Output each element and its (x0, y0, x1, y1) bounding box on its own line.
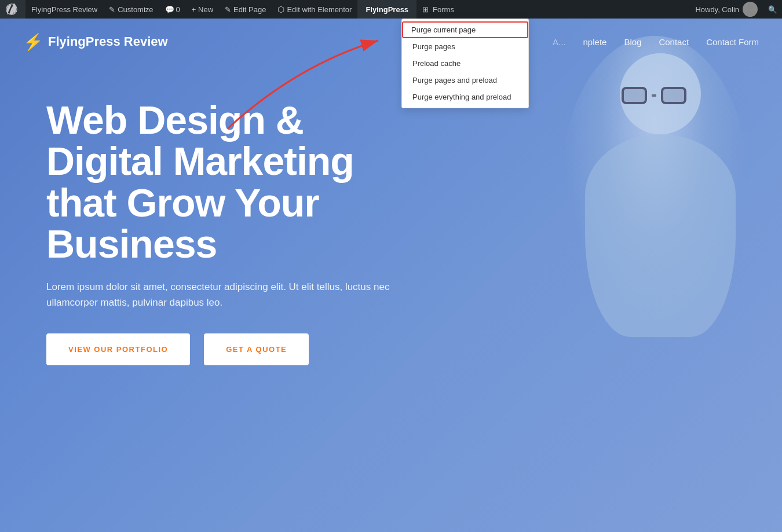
howdy-text: Howdy, Colin (695, 5, 739, 14)
edit-elementor-button[interactable]: ⬡ Edit with Elementor (272, 0, 357, 19)
preload-cache-label: Preload cache (412, 59, 461, 68)
nav-item-contact[interactable]: Contact (659, 37, 689, 47)
view-portfolio-button[interactable]: VIEW OUR PORTFOLIO (46, 333, 190, 365)
nav-item-blog[interactable]: Blog (624, 37, 641, 47)
nav-links: A... nplete Blog Contact Contact Form (553, 37, 759, 47)
nav-item-0[interactable]: A... (553, 37, 566, 47)
new-content-button[interactable]: + New (186, 0, 219, 19)
logo-text: FlyingPress Review (48, 34, 168, 49)
edit-page-button[interactable]: ✎ Edit Page (219, 0, 272, 19)
svg-point-2 (745, 11, 755, 17)
site-name-button[interactable]: FlyingPress Review (25, 0, 103, 19)
preload-cache-item[interactable]: Preload cache (402, 55, 528, 72)
site-logo[interactable]: ⚡ FlyingPress Review (23, 32, 168, 52)
flyingpress-dropdown: Purge current page Purge pages Preload c… (401, 19, 529, 108)
adminbar-right: Howdy, Colin 🔍 (689, 0, 782, 19)
get-quote-button[interactable]: GET A QUOTE (204, 333, 309, 365)
customize-label: Customize (118, 5, 153, 14)
purge-everything-label: Purge everything and preload (412, 93, 511, 101)
purge-pages-preload-item[interactable]: Purge pages and preload (402, 72, 528, 89)
edit-icon: ✎ (225, 5, 231, 14)
flyingpress-button[interactable]: FlyingPress (357, 0, 416, 19)
nav-item-contact-form[interactable]: Contact Form (706, 37, 759, 47)
site-wrapper: ⚡ FlyingPress Review A... nplete Blog Co… (0, 19, 782, 532)
svg-point-1 (747, 4, 753, 10)
purge-pages-item[interactable]: Purge pages (402, 38, 528, 55)
comments-count: 0 (176, 5, 180, 14)
comments-button[interactable]: 💬 0 (159, 0, 186, 19)
flyingpress-label: FlyingPress (366, 5, 408, 14)
forms-icon: ⊞ (422, 5, 429, 14)
hero-subtitle: Lorem ipsum dolor sit amet, consectetur … (46, 279, 405, 310)
forms-button[interactable]: ⊞ Forms (416, 0, 460, 19)
site-name-label: FlyingPress Review (31, 5, 97, 14)
site-navigation: ⚡ FlyingPress Review A... nplete Blog Co… (0, 19, 782, 65)
customize-button[interactable]: ✎ Customize (103, 0, 159, 19)
comment-icon: 💬 (165, 5, 174, 14)
purge-pages-label: Purge pages (412, 42, 455, 51)
edit-elementor-label: Edit with Elementor (287, 5, 352, 14)
logo-bolt-icon: ⚡ (23, 32, 43, 52)
hero-content: Web Design & Digital Marketing that Grow… (0, 65, 452, 365)
elementor-icon: ⬡ (277, 5, 284, 14)
wp-logo-button[interactable] (0, 0, 25, 19)
hero-buttons: VIEW OUR PORTFOLIO GET A QUOTE (46, 333, 417, 365)
edit-page-label: Edit Page (233, 5, 266, 14)
purge-pages-preload-label: Purge pages and preload (412, 76, 497, 85)
customize-icon: ✎ (109, 5, 115, 14)
purge-current-page-item[interactable]: Purge current page (402, 21, 528, 38)
howdy-button[interactable]: Howdy, Colin (689, 2, 763, 17)
nav-item-1[interactable]: nplete (583, 37, 607, 47)
hero-title: Web Design & Digital Marketing that Grow… (46, 100, 417, 265)
forms-label: Forms (433, 5, 454, 14)
search-button[interactable]: 🔍 (763, 0, 782, 19)
search-icon: 🔍 (768, 5, 777, 14)
user-avatar (743, 2, 758, 17)
purge-current-label: Purge current page (411, 25, 476, 34)
dropdown-menu: Purge current page Purge pages Preload c… (401, 19, 529, 108)
admin-bar: FlyingPress Review ✎ Customize 💬 0 + New… (0, 0, 782, 19)
new-label: + New (192, 5, 213, 14)
purge-everything-item[interactable]: Purge everything and preload (402, 89, 528, 105)
